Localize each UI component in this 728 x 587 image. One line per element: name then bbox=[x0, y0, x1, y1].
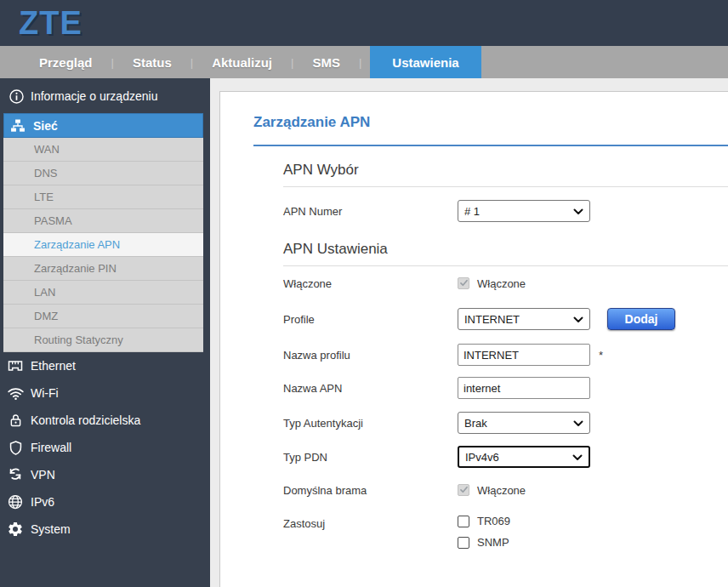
enabled-checkbox-label: Włączone bbox=[477, 277, 526, 290]
sidebar-item-device-info[interactable]: Informacje o urządzeniu bbox=[0, 78, 210, 113]
submenu-item-dmz[interactable]: DMZ bbox=[3, 305, 203, 328]
sidebar-item-label: IPv6 bbox=[31, 495, 54, 509]
apn-number-label: APN Numer bbox=[283, 205, 458, 218]
nav-separator: | bbox=[282, 46, 302, 78]
network-icon bbox=[9, 117, 27, 135]
check-icon bbox=[459, 482, 469, 498]
submenu-item-routing-statyczny[interactable]: Routing Statyczny bbox=[3, 328, 203, 352]
field-row-default-gateway: Domyślna brama Włączone bbox=[283, 482, 728, 499]
apn-number-select[interactable]: # 1 bbox=[458, 200, 590, 222]
tab-aktualizuj[interactable]: Aktualizuj bbox=[202, 46, 282, 78]
content-panel: Zarządzanie APN APN Wybór APN Numer # 1 … bbox=[219, 91, 728, 587]
sidebar-item-label: VPN bbox=[31, 468, 55, 482]
snmp-checkbox[interactable] bbox=[458, 537, 469, 549]
zte-logo: ZTE bbox=[19, 7, 82, 39]
field-row-apn-name: Nazwa APN bbox=[283, 377, 728, 399]
profile-selected-value: INTERNET bbox=[464, 313, 520, 326]
pdn-type-label: Typ PDN bbox=[283, 451, 458, 464]
sidebar-item-label: Kontrola rodzicielska bbox=[31, 413, 140, 427]
field-row-apply: Zastosuj TR069 SNMP bbox=[283, 515, 728, 549]
field-row-enabled: Włączone Włączone bbox=[283, 275, 728, 292]
submenu-item-zarzadzanie-pin[interactable]: Zarządzanie PIN bbox=[3, 257, 203, 281]
default-gateway-label: Domyślna brama bbox=[283, 484, 458, 497]
sidebar-item-label: Ethernet bbox=[31, 359, 76, 373]
submenu-item-lte[interactable]: LTE bbox=[3, 185, 203, 209]
ethernet-icon bbox=[6, 356, 25, 375]
field-row-pdn-type: Typ PDN IPv4v6 bbox=[283, 446, 728, 468]
nav-separator: | bbox=[103, 46, 122, 78]
submenu-item-pasma[interactable]: PASMA bbox=[3, 209, 203, 233]
info-icon bbox=[7, 87, 26, 105]
field-row-profile: Profile INTERNET Dodaj bbox=[283, 308, 728, 330]
tab-przeglad[interactable]: Przegląd bbox=[29, 46, 103, 78]
nav-separator: | bbox=[182, 46, 202, 78]
wifi-icon bbox=[6, 384, 25, 402]
apn-number-selected-value: # 1 bbox=[464, 205, 480, 218]
default-gateway-checkbox-label: Włączone bbox=[477, 484, 526, 497]
submenu-item-wan[interactable]: WAN bbox=[3, 138, 203, 162]
required-marker: * bbox=[599, 349, 603, 362]
sidebar-item-ipv6[interactable]: IPv6 bbox=[0, 488, 210, 516]
auth-type-select[interactable]: Brak bbox=[458, 412, 590, 434]
field-row-apn-number: APN Numer # 1 bbox=[283, 200, 728, 222]
apply-label: Zastosuj bbox=[283, 515, 458, 530]
pdn-type-select[interactable]: IPv4v6 bbox=[458, 446, 590, 468]
sidebar-item-firewall[interactable]: Firewall bbox=[0, 434, 210, 461]
enabled-checkbox bbox=[458, 277, 469, 289]
sidebar-item-parental-control[interactable]: Kontrola rodzicielska bbox=[0, 407, 210, 434]
vpn-arrows-icon bbox=[6, 465, 25, 484]
submenu-item-zarzadzanie-apn[interactable]: Zarządzanie APN bbox=[3, 233, 203, 257]
sidebar-item-label: Wi-Fi bbox=[31, 386, 59, 400]
profile-name-input[interactable] bbox=[458, 344, 590, 366]
section-heading-apn-select: APN Wybór bbox=[283, 162, 728, 179]
field-row-auth-type: Typ Autentykacji Brak bbox=[283, 412, 728, 434]
submenu-item-lan[interactable]: LAN bbox=[3, 281, 203, 305]
tab-ustawienia[interactable]: Ustawienia bbox=[370, 46, 481, 78]
lock-icon bbox=[6, 411, 25, 430]
sidebar-item-label: Sieć bbox=[33, 119, 58, 133]
enabled-label: Włączone bbox=[283, 277, 458, 290]
section-divider bbox=[283, 265, 728, 266]
page-title: Zarządzanie APN bbox=[253, 114, 728, 131]
tr069-checkbox-label: TR069 bbox=[477, 515, 510, 527]
gear-icon bbox=[6, 520, 25, 539]
top-nav: Przegląd | Status | Aktualizuj | SMS | U… bbox=[0, 46, 728, 78]
add-profile-button[interactable]: Dodaj bbox=[607, 308, 675, 330]
content-area: Zarządzanie APN APN Wybór APN Numer # 1 … bbox=[210, 78, 728, 587]
sidebar-item-wifi[interactable]: Wi-Fi bbox=[0, 379, 210, 407]
sidebar-item-ethernet[interactable]: Ethernet bbox=[0, 352, 210, 379]
sidebar-item-vpn[interactable]: VPN bbox=[0, 461, 210, 488]
tab-sms[interactable]: SMS bbox=[302, 46, 350, 78]
pdn-type-selected-value: IPv4v6 bbox=[465, 451, 499, 464]
sidebar-item-network[interactable]: Sieć bbox=[3, 113, 203, 138]
tab-status[interactable]: Status bbox=[122, 46, 182, 78]
chevron-down-icon bbox=[573, 205, 583, 218]
sidebar: Informacje o urządzeniu Sieć WAN DNS LTE… bbox=[0, 78, 210, 587]
shield-icon bbox=[6, 438, 25, 457]
sidebar-item-label: Informacje o urządzeniu bbox=[31, 89, 157, 103]
default-gateway-checkbox bbox=[458, 484, 469, 496]
profile-label: Profile bbox=[283, 313, 458, 326]
auth-type-label: Typ Autentykacji bbox=[283, 417, 458, 430]
section-heading-apn-settings: APN Ustawienia bbox=[283, 241, 728, 258]
sidebar-item-label: System bbox=[31, 522, 71, 536]
auth-type-selected-value: Brak bbox=[464, 417, 487, 430]
chevron-down-icon bbox=[573, 313, 583, 326]
snmp-checkbox-label: SNMP bbox=[477, 536, 509, 549]
check-icon bbox=[459, 276, 469, 291]
network-submenu: WAN DNS LTE PASMA Zarządzanie APN Zarząd… bbox=[3, 138, 203, 352]
apn-name-input[interactable] bbox=[458, 377, 590, 399]
field-row-profile-name: Nazwa profilu * bbox=[283, 344, 728, 366]
submenu-item-dns[interactable]: DNS bbox=[3, 162, 203, 185]
app-header: ZTE bbox=[0, 0, 728, 46]
sidebar-item-system[interactable]: System bbox=[0, 516, 210, 543]
section-divider bbox=[283, 186, 728, 187]
nav-separator: | bbox=[350, 46, 370, 78]
sidebar-item-label: Firewall bbox=[31, 441, 71, 454]
title-divider bbox=[253, 145, 728, 146]
globe-ipv6-icon bbox=[6, 493, 25, 511]
profile-select[interactable]: INTERNET bbox=[458, 308, 590, 330]
tr069-checkbox[interactable] bbox=[458, 516, 469, 527]
chevron-down-icon bbox=[573, 417, 583, 430]
apn-name-label: Nazwa APN bbox=[283, 382, 458, 395]
